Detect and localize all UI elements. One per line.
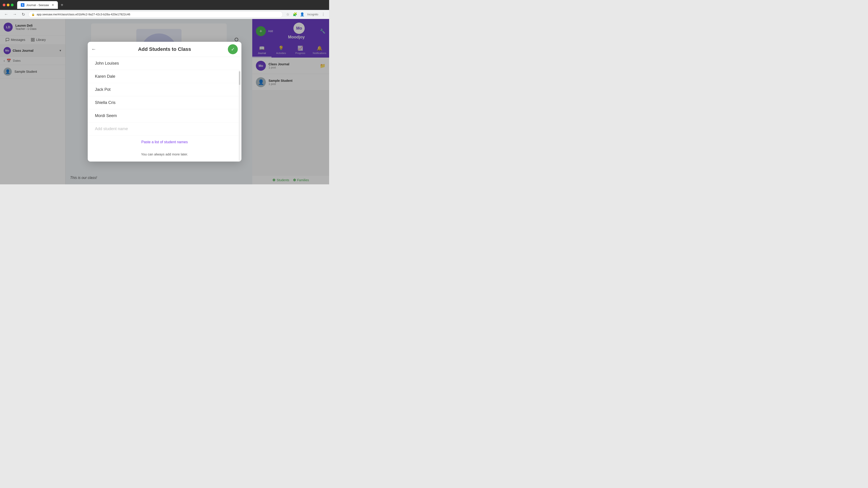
- modal-confirm-btn[interactable]: ✓: [228, 44, 238, 54]
- student-row-3: Shiella Cris: [88, 96, 241, 109]
- checkmark-icon: ✓: [231, 46, 235, 52]
- scrollbar-thumb: [239, 71, 240, 85]
- forward-btn[interactable]: →: [11, 11, 18, 18]
- close-window-btn[interactable]: [3, 4, 5, 6]
- modal-footer-text: You can always add more later.: [88, 149, 241, 162]
- new-tab-btn[interactable]: +: [59, 2, 65, 8]
- student-row-4: Mordi Seem: [88, 109, 241, 123]
- favicon: S: [21, 3, 24, 7]
- tab-title: Journal - Seesaw: [26, 3, 49, 7]
- reload-btn[interactable]: ↻: [20, 11, 27, 18]
- student-row-1: Karen Dale: [88, 70, 241, 83]
- nav-actions: ☆ 🧩 👤 Incognito ⋮: [285, 11, 327, 18]
- student-row-0: John Louises: [88, 57, 241, 70]
- more-btn[interactable]: ⋮: [320, 11, 327, 18]
- modal-back-btn[interactable]: ←: [91, 46, 96, 52]
- student-list: John Louises Karen Dale Jack Pot Shiella…: [88, 57, 241, 135]
- incognito-label: Incognito: [307, 13, 318, 16]
- address-text: app.seesaw.me/#/class/class.e01bf4c2-9a2…: [37, 13, 130, 16]
- add-students-modal: ← Add Students to Class ✓ John Louises K…: [88, 42, 241, 162]
- student-row-2: Jack Pot: [88, 83, 241, 96]
- close-tab-btn[interactable]: ✕: [52, 3, 54, 7]
- back-btn[interactable]: ←: [3, 11, 9, 18]
- app-container: LD Lauren Deli Teacher - 1 Class Message…: [0, 19, 329, 184]
- tab-bar: S Journal - Seesaw ✕ +: [17, 1, 65, 9]
- active-tab[interactable]: S Journal - Seesaw ✕: [17, 1, 58, 9]
- profile-btn[interactable]: 👤: [299, 11, 305, 18]
- modal-overlay[interactable]: ← Add Students to Class ✓ John Louises K…: [0, 19, 329, 184]
- browser-chrome: S Journal - Seesaw ✕ +: [0, 0, 329, 10]
- add-student-input[interactable]: Add student name: [88, 123, 241, 135]
- maximize-window-btn[interactable]: [11, 4, 13, 6]
- lock-icon: 🔒: [31, 13, 35, 16]
- modal-scrollbar[interactable]: [239, 70, 241, 162]
- modal-body: John Louises Karen Dale Jack Pot Shiella…: [88, 57, 241, 162]
- modal-header: ← Add Students to Class ✓: [88, 42, 241, 57]
- minimize-window-btn[interactable]: [7, 4, 9, 6]
- window-controls: [3, 4, 13, 6]
- bookmark-btn[interactable]: ☆: [285, 11, 291, 18]
- paste-list-link[interactable]: Paste a list of student names: [88, 135, 241, 149]
- modal-title: Add Students to Class: [138, 46, 191, 52]
- extensions-btn[interactable]: 🧩: [292, 11, 298, 18]
- nav-bar: ← → ↻ 🔒 app.seesaw.me/#/class/class.e01b…: [0, 10, 329, 19]
- address-bar[interactable]: 🔒 app.seesaw.me/#/class/class.e01bf4c2-9…: [29, 11, 283, 18]
